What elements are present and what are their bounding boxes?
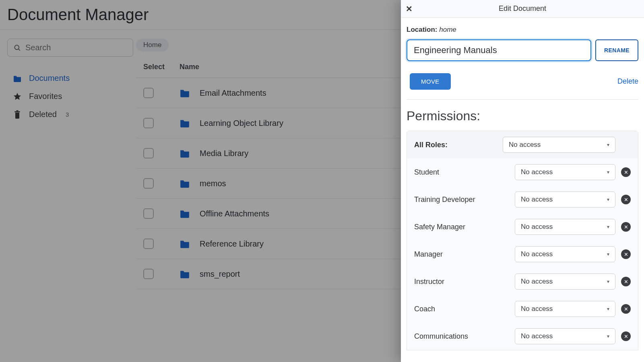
perm-label: Communications xyxy=(414,332,509,341)
perm-row: ManagerNo access▾✕ xyxy=(407,241,638,268)
perm-select-value: No access xyxy=(521,223,553,231)
document-name-input[interactable] xyxy=(407,39,591,61)
perm-select[interactable]: No access▾ xyxy=(515,328,615,344)
chevron-down-icon: ▾ xyxy=(607,197,609,202)
move-button[interactable]: MOVE xyxy=(410,73,451,90)
perm-select[interactable]: No access▾ xyxy=(515,274,615,290)
perm-row: InstructorNo access▾✕ xyxy=(407,268,638,295)
perm-label: Coach xyxy=(414,305,509,313)
perm-remove-icon[interactable]: ✕ xyxy=(621,195,631,204)
perm-select-value: No access xyxy=(521,250,553,258)
perm-select[interactable]: No access▾ xyxy=(515,164,615,180)
perm-row: StudentNo access▾✕ xyxy=(407,158,638,186)
chevron-down-icon: ▾ xyxy=(607,224,609,230)
permissions-box: All Roles: No access ▾ ✕ StudentNo acces… xyxy=(407,131,638,350)
chevron-down-icon: ▾ xyxy=(607,333,609,339)
perm-select[interactable]: No access▾ xyxy=(515,301,615,317)
perm-remove-icon[interactable]: ✕ xyxy=(621,304,631,314)
perm-remove-icon[interactable]: ✕ xyxy=(621,249,631,259)
perm-label-all-roles: All Roles: xyxy=(414,141,497,149)
perm-remove-icon[interactable]: ✕ xyxy=(621,331,631,341)
perm-label: Manager xyxy=(414,250,509,259)
edit-document-panel: ✕ Edit Document Location: home RENAME MO… xyxy=(401,0,644,362)
location-label: Location: xyxy=(407,26,438,33)
panel-header: ✕ Edit Document xyxy=(401,0,644,18)
perm-select[interactable]: No access▾ xyxy=(515,219,615,235)
perm-select[interactable]: No access▾ xyxy=(515,246,615,262)
perm-select-value: No access xyxy=(521,332,553,340)
perm-remove-icon[interactable]: ✕ xyxy=(621,222,631,232)
perm-select[interactable]: No access▾ xyxy=(515,191,615,208)
chevron-down-icon: ▾ xyxy=(607,169,609,175)
perm-row: CommunicationsNo access▾✕ xyxy=(407,323,638,350)
chevron-down-icon: ▾ xyxy=(607,251,609,257)
perm-select-value: No access xyxy=(521,195,553,204)
perm-select-value: No access xyxy=(521,305,553,313)
chevron-down-icon: ▾ xyxy=(607,306,609,312)
location-value: home xyxy=(439,26,456,33)
perm-row: Training DeveloperNo access▾✕ xyxy=(407,186,638,213)
perm-label: Instructor xyxy=(414,278,509,286)
location-line: Location: home xyxy=(407,26,638,34)
chevron-down-icon: ▾ xyxy=(607,279,609,284)
close-icon[interactable]: ✕ xyxy=(406,4,413,14)
perm-select-all-roles[interactable]: No access ▾ xyxy=(503,137,615,153)
perm-select-value: No access xyxy=(509,141,541,149)
perm-row: Safety ManagerNo access▾✕ xyxy=(407,213,638,241)
rename-button[interactable]: RENAME xyxy=(595,39,638,61)
perm-label: Training Developer xyxy=(414,195,509,204)
perm-label: Safety Manager xyxy=(414,223,509,231)
permissions-heading: Permissions: xyxy=(407,109,638,123)
chevron-down-icon: ▾ xyxy=(607,142,609,148)
perm-select-value: No access xyxy=(521,278,553,286)
perm-remove-icon[interactable]: ✕ xyxy=(621,277,631,286)
delete-link[interactable]: Delete xyxy=(617,77,638,86)
perm-select-value: No access xyxy=(521,168,553,176)
perm-label: Student xyxy=(414,168,509,177)
perm-row: CoachNo access▾✕ xyxy=(407,295,638,323)
panel-title: Edit Document xyxy=(499,4,546,13)
perm-row-all-roles: All Roles: No access ▾ ✕ xyxy=(407,131,638,158)
perm-remove-icon[interactable]: ✕ xyxy=(621,167,631,177)
